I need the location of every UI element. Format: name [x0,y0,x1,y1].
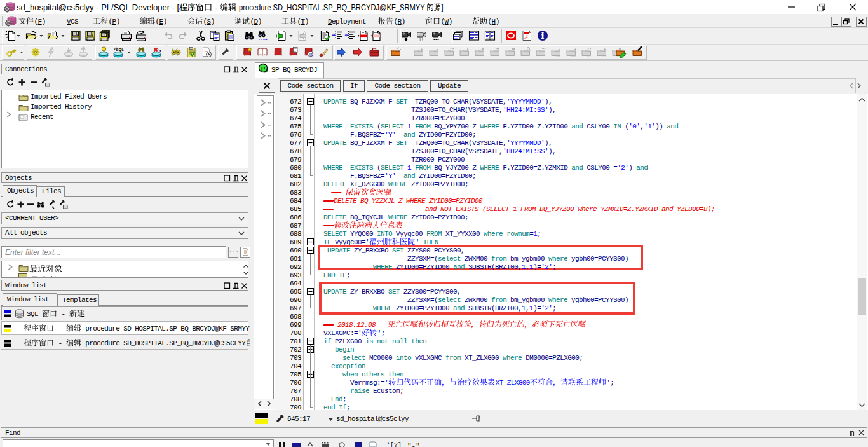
svg-text:*[?]: *[?] [386,442,402,447]
svg-text:P: P [261,65,265,72]
svg-text:"-": "-" [407,443,420,447]
